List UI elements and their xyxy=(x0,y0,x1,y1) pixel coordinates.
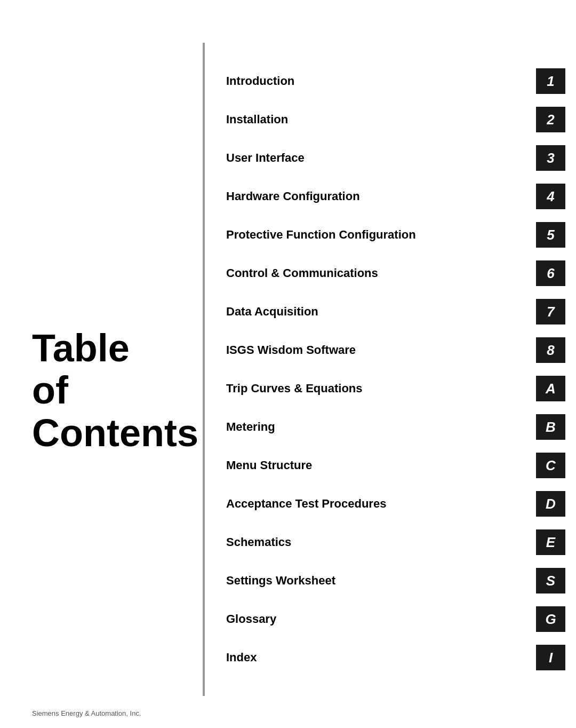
title-line2: of xyxy=(32,369,68,412)
title-line1: Table xyxy=(32,327,130,369)
toc-item-badge: 4 xyxy=(536,184,565,209)
toc-row[interactable]: Hardware Configuration4 xyxy=(226,177,565,216)
toc-row[interactable]: GlossaryG xyxy=(226,600,565,638)
vertical-divider xyxy=(203,43,205,696)
toc-item-label: Index xyxy=(226,651,525,664)
main-content: Table of Contents Introduction1Installat… xyxy=(0,0,576,728)
toc-item-badge: G xyxy=(536,606,565,632)
page-container: Table of Contents Introduction1Installat… xyxy=(0,0,576,728)
toc-item-label: Schematics xyxy=(226,535,525,549)
toc-item-badge: I xyxy=(536,645,565,670)
toc-item-badge: A xyxy=(536,376,565,401)
toc-item-badge: 1 xyxy=(536,68,565,94)
footer-text: Siemens Energy & Automation, Inc. xyxy=(32,709,141,717)
toc-section: Introduction1Installation2User Interface… xyxy=(210,43,576,696)
toc-item-label: Glossary xyxy=(226,612,525,626)
toc-item-badge: S xyxy=(536,568,565,594)
toc-item-badge: 7 xyxy=(536,299,565,325)
toc-item-label: Acceptance Test Procedures xyxy=(226,497,525,511)
toc-item-label: Hardware Configuration xyxy=(226,189,525,203)
toc-item-label: Trip Curves & Equations xyxy=(226,382,525,395)
toc-row[interactable]: Protective Function Configuration5 xyxy=(226,216,565,254)
toc-item-badge: 6 xyxy=(536,260,565,286)
toc-item-label: Introduction xyxy=(226,74,525,88)
toc-row[interactable]: Trip Curves & EquationsA xyxy=(226,369,565,408)
toc-item-badge: 8 xyxy=(536,337,565,363)
toc-item-badge: 2 xyxy=(536,107,565,132)
toc-row[interactable]: Installation2 xyxy=(226,100,565,139)
toc-row[interactable]: SchematicsE xyxy=(226,523,565,561)
toc-item-badge: 5 xyxy=(536,222,565,248)
toc-item-label: Metering xyxy=(226,420,525,434)
toc-row[interactable]: ISGS Wisdom Software8 xyxy=(226,331,565,369)
toc-item-label: Menu Structure xyxy=(226,458,525,472)
toc-item-label: User Interface xyxy=(226,151,525,165)
left-section: Table of Contents xyxy=(0,43,197,696)
toc-item-badge: 3 xyxy=(536,145,565,171)
toc-item-badge: D xyxy=(536,491,565,517)
toc-row[interactable]: Acceptance Test ProceduresD xyxy=(226,485,565,523)
toc-item-label: Settings Worksheet xyxy=(226,574,525,588)
title-line3: Contents xyxy=(32,412,198,454)
toc-row[interactable]: User Interface3 xyxy=(226,139,565,177)
toc-item-label: ISGS Wisdom Software xyxy=(226,343,525,357)
toc-row[interactable]: MeteringB xyxy=(226,408,565,446)
toc-item-label: Data Acquisition xyxy=(226,305,525,319)
toc-item-label: Installation xyxy=(226,113,525,126)
toc-row[interactable]: Menu StructureC xyxy=(226,446,565,485)
toc-item-badge: B xyxy=(536,414,565,440)
toc-row[interactable]: Control & Communications6 xyxy=(226,254,565,292)
toc-item-label: Control & Communications xyxy=(226,266,525,280)
toc-item-badge: E xyxy=(536,529,565,555)
toc-row[interactable]: Introduction1 xyxy=(226,62,565,100)
toc-row[interactable]: IndexI xyxy=(226,638,565,677)
toc-item-label: Protective Function Configuration xyxy=(226,228,525,242)
toc-row[interactable]: Settings WorksheetS xyxy=(226,561,565,600)
toc-row[interactable]: Data Acquisition7 xyxy=(226,292,565,331)
toc-item-badge: C xyxy=(536,453,565,478)
title-text: Table of Contents xyxy=(32,327,198,454)
